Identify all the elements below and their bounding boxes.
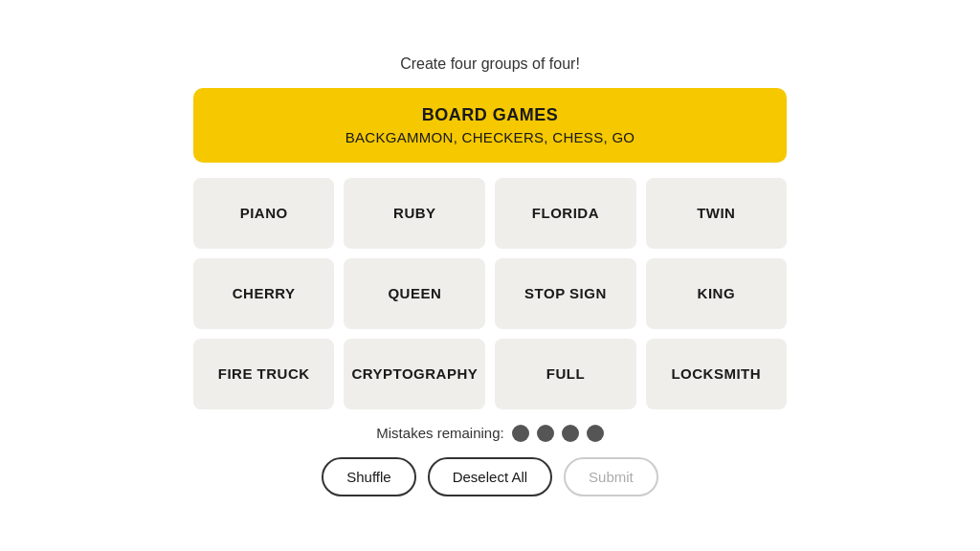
tile-item[interactable]: KING bbox=[646, 258, 787, 329]
tile-item[interactable]: CHERRY bbox=[193, 258, 334, 329]
tile-item[interactable]: CRYPTOGRAPHY bbox=[344, 339, 485, 409]
tile-item[interactable]: PIANO bbox=[193, 178, 334, 249]
tile-item[interactable]: FIRE TRUCK bbox=[193, 339, 334, 409]
solved-category-items: BACKGAMMON, CHECKERS, CHESS, GO bbox=[216, 129, 764, 145]
mistakes-row: Mistakes remaining: bbox=[376, 425, 603, 442]
mistake-dot-2 bbox=[537, 425, 554, 442]
mistake-dot-3 bbox=[562, 425, 579, 442]
tile-item[interactable]: TWIN bbox=[646, 178, 787, 249]
tile-item[interactable]: FULL bbox=[495, 339, 635, 409]
shuffle-button[interactable]: Shuffle bbox=[322, 457, 415, 496]
tile-item[interactable]: QUEEN bbox=[344, 258, 485, 329]
solved-category-title: BOARD GAMES bbox=[216, 105, 764, 125]
subtitle-text: Create four groups of four! bbox=[400, 55, 580, 73]
tile-item[interactable]: STOP SIGN bbox=[495, 258, 635, 329]
mistake-dot-1 bbox=[512, 425, 529, 442]
solved-category-banner: BOARD GAMES BACKGAMMON, CHECKERS, CHESS,… bbox=[193, 88, 787, 163]
submit-button[interactable]: Submit bbox=[564, 457, 658, 496]
tiles-grid: PIANORUBYFLORIDATWINCHERRYQUEENSTOP SIGN… bbox=[193, 178, 787, 409]
tile-item[interactable]: RUBY bbox=[344, 178, 485, 249]
action-buttons: Shuffle Deselect All Submit bbox=[322, 457, 658, 496]
main-container: Create four groups of four! BOARD GAMES … bbox=[193, 55, 787, 496]
mistakes-label: Mistakes remaining: bbox=[376, 425, 503, 441]
tile-item[interactable]: FLORIDA bbox=[495, 178, 635, 249]
deselect-button[interactable]: Deselect All bbox=[428, 457, 552, 496]
tile-item[interactable]: LOCKSMITH bbox=[646, 339, 787, 409]
mistake-dot-4 bbox=[587, 425, 604, 442]
